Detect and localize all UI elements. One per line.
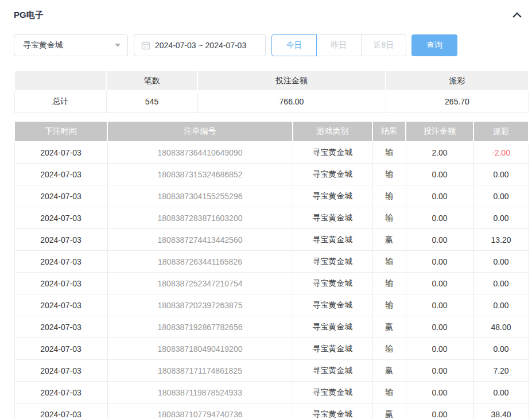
- cell-game-type: 寻宝黄金城: [293, 404, 372, 419]
- cell-bet-time: 2024-07-03: [14, 338, 107, 360]
- cell-bet-amount: 0.00: [406, 185, 473, 207]
- bets-header-row: 下注时间 注单编号 游戏类别 结果 投注金额 派彩: [14, 121, 529, 142]
- bets-header-result: 结果: [372, 121, 406, 142]
- cell-game-type: 寻宝黄金城: [293, 338, 372, 360]
- summary-header-count: 笔数: [106, 71, 197, 91]
- cell-payout: 0.00: [473, 251, 529, 273]
- table-row: 2024-07-031808387171174861825寻宝黄金城赢0.007…: [14, 360, 529, 382]
- summary-header-bet-amount: 投注金额: [197, 71, 386, 91]
- cell-result: 输: [372, 164, 406, 185]
- table-row: 2024-07-031808387202397263875寻宝黄金城输0.000…: [14, 294, 529, 316]
- table-row: 2024-07-031808387107794740736寻宝黄金城赢0.003…: [14, 404, 529, 419]
- table-row: 2024-07-031808387274413442560寻宝黄金城赢0.001…: [14, 229, 529, 251]
- cell-payout: -2.00: [473, 142, 529, 164]
- cell-bet-amount: 0.00: [406, 164, 473, 185]
- cell-bet-amount: 0.00: [406, 251, 473, 273]
- cell-bet-amount: 0.00: [406, 207, 473, 229]
- cell-bet-no: 1808387119878524933: [107, 382, 293, 404]
- cell-result: 赢: [372, 316, 406, 338]
- chevron-up-icon: [512, 11, 522, 18]
- cell-result: 输: [372, 273, 406, 294]
- table-row: 2024-07-031808387283871603200寻宝黄金城输0.000…: [14, 207, 529, 229]
- cell-bet-amount: 2.00: [406, 142, 473, 164]
- cell-game-type: 寻宝黄金城: [293, 142, 372, 164]
- cell-game-type: 寻宝黄金城: [293, 207, 372, 229]
- last-8-days-button[interactable]: 近8日: [361, 34, 406, 56]
- bets-header-bet-time: 下注时间: [14, 121, 107, 142]
- panel-title: PG电子: [14, 10, 44, 21]
- chevron-down-icon: [115, 44, 121, 47]
- cell-payout: 48.00: [473, 316, 529, 338]
- cell-bet-no: 1808387180490419200: [107, 338, 293, 360]
- summary-total-bet-amount: 766.00: [197, 91, 386, 112]
- cell-result: 输: [372, 207, 406, 229]
- cell-game-type: 寻宝黄金城: [293, 229, 372, 251]
- cell-bet-time: 2024-07-03: [14, 229, 107, 251]
- table-row: 2024-07-031808387252347210754寻宝黄金城输0.000…: [14, 273, 529, 294]
- cell-payout: 0.00: [473, 164, 529, 185]
- table-row: 2024-07-031808387263441165826寻宝黄金城输0.000…: [14, 251, 529, 273]
- summary-header-row: 笔数 投注金额 派彩: [14, 71, 529, 91]
- cell-bet-time: 2024-07-03: [14, 316, 107, 338]
- bets-header-bet-no: 注单编号: [107, 121, 293, 142]
- cell-bet-no: 1808387364410649090: [107, 142, 293, 164]
- cell-payout: 0.00: [473, 185, 529, 207]
- summary-table: 笔数 投注金额 派彩 总计 545 766.00 265.70: [14, 70, 529, 113]
- cell-result: 赢: [372, 404, 406, 419]
- cell-bet-time: 2024-07-03: [14, 382, 107, 404]
- cell-payout: 38.40: [473, 404, 529, 419]
- summary-total-label: 总计: [14, 91, 106, 112]
- query-button[interactable]: 查询: [411, 34, 457, 56]
- cell-payout: 7.20: [473, 360, 529, 382]
- cell-bet-amount: 0.00: [406, 273, 473, 294]
- cell-bet-no: 1808387252347210754: [107, 273, 293, 294]
- collapse-button[interactable]: [511, 9, 523, 21]
- cell-game-type: 寻宝黄金城: [293, 294, 372, 316]
- cell-bet-amount: 0.00: [406, 294, 473, 316]
- summary-header-empty: [14, 71, 106, 91]
- cell-bet-amount: 0.00: [406, 338, 473, 360]
- table-row: 2024-07-031808387304155255296寻宝黄金城输0.000…: [14, 185, 529, 207]
- cell-bet-no: 1808387107794740736: [107, 404, 293, 419]
- cell-bet-no: 1808387171174861825: [107, 360, 293, 382]
- bets-table: 下注时间 注单编号 游戏类别 结果 投注金额 派彩 2024-07-031808…: [14, 121, 529, 419]
- panel-header: PG电子: [14, 9, 528, 21]
- cell-bet-amount: 0.00: [406, 229, 473, 251]
- cell-payout: 0.00: [473, 382, 529, 404]
- cell-bet-time: 2024-07-03: [14, 294, 107, 316]
- quick-date-button-group: 今日 昨日 近8日: [271, 34, 406, 56]
- cell-result: 输: [372, 251, 406, 273]
- bets-table-body: 2024-07-031808387364410649090寻宝黄金城输2.00-…: [14, 142, 529, 419]
- cell-bet-amount: 0.00: [406, 382, 473, 404]
- cell-bet-time: 2024-07-03: [14, 142, 107, 164]
- cell-game-type: 寻宝黄金城: [293, 360, 372, 382]
- summary-total-payout: 265.70: [386, 91, 529, 112]
- table-row: 2024-07-031808387364410649090寻宝黄金城输2.00-…: [14, 142, 529, 164]
- cell-bet-time: 2024-07-03: [14, 404, 107, 419]
- cell-payout: 0.00: [473, 273, 529, 294]
- cell-result: 输: [372, 142, 406, 164]
- table-row: 2024-07-031808387180490419200寻宝黄金城输0.000…: [14, 338, 529, 360]
- cell-bet-time: 2024-07-03: [14, 251, 107, 273]
- cell-result: 输: [372, 382, 406, 404]
- cell-bet-amount: 0.00: [406, 360, 473, 382]
- calendar-icon: [141, 41, 150, 50]
- cell-bet-time: 2024-07-03: [14, 207, 107, 229]
- cell-game-type: 寻宝黄金城: [293, 273, 372, 294]
- cell-payout: 13.20: [473, 229, 529, 251]
- cell-result: 输: [372, 294, 406, 316]
- today-button[interactable]: 今日: [271, 34, 317, 56]
- cell-bet-amount: 0.00: [406, 316, 473, 338]
- cell-game-type: 寻宝黄金城: [293, 185, 372, 207]
- cell-bet-no: 1808387192867782656: [107, 316, 293, 338]
- game-select[interactable]: 寻宝黄金城: [14, 34, 128, 56]
- cell-payout: 0.00: [473, 338, 529, 360]
- cell-game-type: 寻宝黄金城: [293, 382, 372, 404]
- pg-panel: PG电子 寻宝黄金城 2024-07-03 ~ 2024: [0, 0, 532, 419]
- bets-header-game-type: 游戏类别: [293, 121, 372, 142]
- cell-bet-no: 1808387315324686852: [107, 164, 293, 185]
- game-select-value: 寻宝黄金城: [23, 40, 115, 51]
- yesterday-button[interactable]: 昨日: [316, 34, 362, 56]
- cell-bet-no: 1808387263441165826: [107, 251, 293, 273]
- date-range-input[interactable]: 2024-07-03 ~ 2024-07-03: [134, 34, 266, 56]
